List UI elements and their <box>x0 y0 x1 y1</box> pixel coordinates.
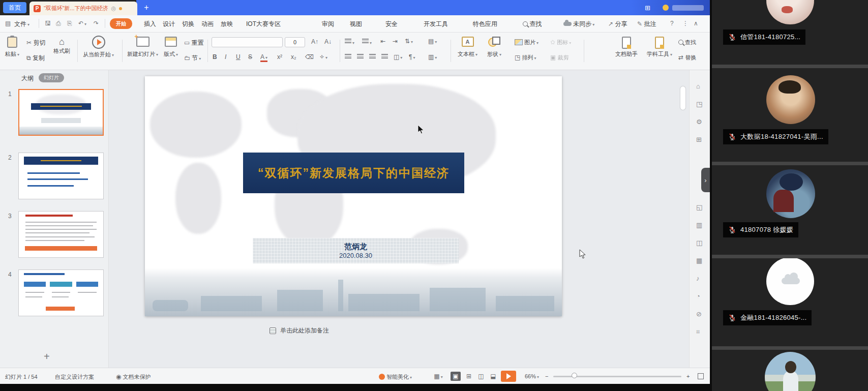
timer-pane-icon[interactable]: ◔ <box>696 292 700 300</box>
bold-button[interactable]: B <box>213 53 217 61</box>
slide-title-banner[interactable]: “双循环”新发展格局下的中国经济 <box>243 153 464 193</box>
animation-pane-icon[interactable]: ▥ <box>696 221 702 229</box>
slides-tab-pill[interactable]: 幻灯片 <box>39 73 64 82</box>
help-icon[interactable]: ? <box>670 20 674 27</box>
participant-tile[interactable]: 41807078 徐媛媛 <box>712 165 868 255</box>
text-box-button[interactable]: A 文本框 <box>458 37 477 58</box>
subject-tools-button[interactable]: 学科工具 <box>647 37 672 58</box>
participant-tile[interactable] <box>712 350 868 391</box>
slide-canvas[interactable]: “双循环”新发展格局下的中国经济 范炳龙 2020.08.30 <box>145 76 562 316</box>
smart-beautify-button[interactable]: 智能美化 <box>379 373 412 381</box>
layout-pane-icon[interactable]: ◫ <box>696 239 702 247</box>
arrange-button[interactable]: ◳ 排列 <box>515 54 536 62</box>
new-slide-button[interactable]: 新建幻灯片 <box>127 37 158 58</box>
audio-pane-icon[interactable]: ♪ <box>696 275 700 282</box>
sync-status[interactable]: 未同步 <box>563 19 594 29</box>
more-panel-icon[interactable]: ⌗ <box>696 328 700 336</box>
redo-icon[interactable]: ↷ <box>94 20 99 27</box>
apps-grid-icon[interactable]: ⊞ <box>645 4 650 12</box>
undo-icon[interactable]: ↶ <box>78 20 86 27</box>
panel-expander-arrow[interactable]: › <box>701 168 710 192</box>
more-options-icon[interactable]: ⋮ <box>682 20 689 27</box>
object-properties-icon[interactable]: ◳ <box>696 100 702 108</box>
tab-transition[interactable]: 切换 <box>182 19 194 29</box>
play-from-current-button[interactable]: 从当前开始 <box>83 36 114 58</box>
font-color-button[interactable]: A <box>260 53 267 62</box>
tab-animation[interactable]: 动画 <box>201 19 214 29</box>
italic-button[interactable]: I <box>225 53 226 61</box>
preview-eye-icon[interactable]: ◎ <box>111 5 116 12</box>
numbering-icon[interactable] <box>362 39 372 45</box>
align-right-icon[interactable] <box>369 54 376 61</box>
grid-panel-icon[interactable]: ⊞ <box>696 136 702 143</box>
font-size-input[interactable] <box>285 37 305 47</box>
tab-view[interactable]: 视图 <box>350 19 362 29</box>
home-tab[interactable]: 首页 <box>3 2 26 13</box>
home-panel-icon[interactable]: ⌂ <box>696 82 700 90</box>
slide-author-block[interactable]: 范炳龙 2020.08.30 <box>253 238 459 263</box>
file-menu[interactable]: 文件 <box>14 20 29 28</box>
text-effects-icon[interactable]: ✧ <box>319 53 327 61</box>
vertical-scrollbar-thumb[interactable] <box>680 86 685 110</box>
reset-button[interactable]: ▭ 重置 <box>184 39 204 47</box>
comment-button[interactable]: ✎ 批注 <box>637 19 656 29</box>
normal-view-icon[interactable]: ▦ <box>433 372 443 381</box>
table-pane-icon[interactable]: ▦ <box>696 257 702 264</box>
notes-view-icon[interactable]: ⬓ <box>488 372 498 381</box>
tab-iot-contest[interactable]: IOT大赛专区 <box>246 19 281 29</box>
tab-special-apps[interactable]: 特色应用 <box>473 19 497 29</box>
slide-thumbnail-3[interactable] <box>18 211 104 258</box>
add-slide-button[interactable]: + <box>44 351 50 363</box>
paste-button[interactable]: 粘贴 <box>5 37 19 58</box>
grid-view-icon[interactable]: ⊞ <box>464 372 474 381</box>
tab-dev-tools[interactable]: 开发工具 <box>424 19 448 29</box>
slide-thumbnail-2[interactable] <box>18 153 104 199</box>
subscript-button[interactable]: x₂ <box>291 53 296 61</box>
slide-thumbnail-1[interactable] <box>18 89 104 136</box>
font-name-input[interactable] <box>212 37 283 47</box>
copy-button[interactable]: ⧉ 复制 <box>26 54 45 63</box>
tab-insert[interactable]: 插入 <box>144 19 156 29</box>
slide-thumbnail-4[interactable] <box>18 269 104 316</box>
underline-button[interactable]: U <box>236 53 241 61</box>
align-center-icon[interactable] <box>357 54 364 61</box>
zoom-slider-knob[interactable] <box>572 373 577 378</box>
outline-tab[interactable]: 大纲 <box>21 74 34 83</box>
section-button[interactable]: 🗀 节 <box>184 54 201 63</box>
notification-icon[interactable] <box>663 5 669 11</box>
tab-security[interactable]: 安全 <box>385 19 398 29</box>
document-tab[interactable]: P “双循环”新...下的中国经济 ◎ <box>29 2 137 15</box>
decrease-font-icon[interactable]: A↓ <box>324 38 332 45</box>
design-scheme-label[interactable]: 自定义设计方案 <box>55 373 94 381</box>
zoom-level[interactable]: 66% <box>525 373 539 379</box>
icons-button[interactable]: ✩ 图标 <box>550 39 571 46</box>
justify-icon[interactable] <box>381 54 388 61</box>
print-icon[interactable]: ⎙ <box>56 20 61 27</box>
participant-tile[interactable]: 金融181-41826045-... <box>712 258 868 346</box>
doc-assistant-button[interactable]: 文档助手 <box>615 37 638 58</box>
text-direction-icon[interactable]: ▤ <box>428 38 437 45</box>
tab-slideshow[interactable]: 放映 <box>221 19 233 29</box>
tab-review[interactable]: 审阅 <box>322 19 334 29</box>
find-button[interactable]: 查找 <box>678 39 696 46</box>
fit-to-window-icon[interactable] <box>698 373 704 379</box>
align-text-icon[interactable]: ▥ <box>428 53 437 61</box>
replace-button[interactable]: ⇄ 替换 <box>678 54 696 62</box>
increase-font-icon[interactable]: A↑ <box>311 38 318 45</box>
collapse-ribbon-icon[interactable]: ∧ <box>694 20 698 27</box>
line-spacing-icon[interactable]: ⇅ <box>405 38 413 45</box>
cut-button[interactable]: ✂ 剪切 <box>26 39 45 47</box>
columns-icon[interactable]: ◫ <box>394 53 402 61</box>
share-button[interactable]: ↗ 分享 <box>608 19 627 29</box>
notes-placeholder-row[interactable]: 单击此处添加备注 <box>270 324 329 337</box>
paragraph-settings-icon[interactable]: ¶ <box>409 53 415 61</box>
command-search[interactable]: 查找 <box>523 19 542 29</box>
layout-button[interactable]: 版式 <box>164 37 178 58</box>
tab-home[interactable]: 开始 <box>110 18 132 29</box>
shapes-button[interactable]: 形状 <box>487 37 501 58</box>
protection-status[interactable]: ◉ 文档未保护 <box>116 373 151 381</box>
selection-pane-icon[interactable]: ◱ <box>696 203 702 211</box>
slide-sorter-view-icon[interactable]: ▣ <box>451 372 461 381</box>
superscript-button[interactable]: x² <box>277 53 282 61</box>
tab-design[interactable]: 设计 <box>163 19 175 29</box>
